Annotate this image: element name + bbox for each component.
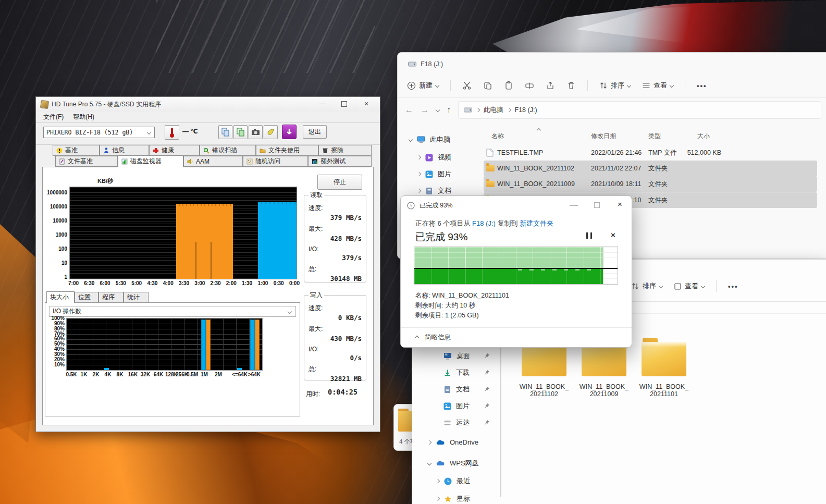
breadcrumb-this-pc[interactable]: 此电脑 (484, 106, 503, 115)
hdtune-maximize-button[interactable] (341, 101, 347, 107)
copy-image-button[interactable] (233, 125, 248, 139)
more-options-button[interactable]: ••• (728, 282, 738, 290)
pause-button[interactable] (586, 232, 592, 239)
sidebar-item-documents[interactable]: 文档 (443, 385, 470, 394)
stop-button[interactable]: 停止 (317, 175, 362, 190)
subtab-block-size[interactable]: 块大小 (46, 291, 75, 303)
file-row-20211009[interactable]: WIN_11_BOOK_20211009 2021/10/09 18:11 文件… (484, 176, 817, 192)
sidebar-item-videos[interactable]: 视频 (417, 153, 451, 162)
folder-tile-20211101[interactable]: WIN_11_BOOK_ 20211101 (638, 338, 690, 398)
column-name[interactable]: 名称 (491, 132, 504, 141)
sidebar-item-downloads[interactable]: 下载 (443, 368, 470, 377)
collapse-details-chevron-icon (415, 335, 419, 339)
file-row-testfile[interactable]: TESTFILE.TMP 2022/01/26 21:46 TMP 文件 512… (484, 145, 817, 161)
dialog-minimize-button[interactable]: — (570, 200, 578, 210)
temperature-button[interactable] (165, 125, 179, 140)
sidebar-item-starred[interactable]: 星标 (436, 494, 470, 503)
breadcrumb[interactable]: 此电脑 F18 (J:) (458, 101, 821, 119)
y-tick: 10 (40, 260, 67, 266)
subtab-process[interactable]: 程序 (98, 292, 124, 303)
file-row-20211102[interactable]: WIN_11_BOOK_20211102 2021/11/02 22:07 文件… (484, 161, 817, 176)
sidebar-item-documents[interactable]: 文档 (417, 186, 451, 195)
tab-info[interactable]: 信息 (100, 145, 149, 156)
copy-progress-dialog: 已完成 93% — × 正在将 6 个项目从 F18 (J:) 复制到 新建文件… (400, 195, 632, 348)
sidebar-item-pictures[interactable]: 图片 (443, 401, 470, 411)
tab-random-access[interactable]: 随机访问 (243, 156, 308, 167)
tab-disk-monitor[interactable]: 磁盘监视器 (118, 155, 183, 167)
column-size[interactable]: 大小 (697, 132, 710, 141)
dialog-maximize-button[interactable] (594, 202, 600, 208)
collapse-chevron-icon[interactable] (436, 497, 440, 501)
tab-benchmark[interactable]: 基准 (53, 145, 100, 156)
delete-button[interactable] (566, 81, 576, 90)
hdtune-titlebar[interactable]: HD Tune Pro 5.75 - 硬盘/SSD 实用程序 — × (36, 97, 380, 112)
sidebar-item-desktop[interactable]: 桌面 (443, 351, 470, 361)
forward-button[interactable]: → (421, 105, 429, 115)
write-max-value: 430 MB/s (309, 335, 362, 342)
hdtune-minimize-button[interactable]: — (319, 100, 325, 107)
sidebar-item-recent[interactable]: 最近 (436, 476, 470, 486)
tab-health[interactable]: 健康 (149, 145, 200, 156)
details-toggle[interactable]: 简略信息 (415, 333, 451, 342)
dialog-titlebar[interactable]: 已完成 93% — × (401, 196, 632, 215)
exit-button[interactable]: 退出 (303, 125, 327, 139)
paste-button[interactable] (504, 81, 513, 90)
new-button[interactable]: 新建 (407, 81, 439, 90)
tab-file-benchmark[interactable]: 文件基准 (55, 156, 118, 167)
back-button[interactable]: ← (405, 105, 413, 115)
tab-folder-usage[interactable]: 文件夹使用 (256, 145, 318, 156)
sidebar-item-wps-cloud[interactable]: WPS网盘 (428, 459, 479, 468)
collapse-chevron-icon[interactable] (417, 189, 421, 193)
explorer-tab[interactable]: F18 (J:) (403, 58, 448, 70)
menu-file[interactable]: 文件(F) (43, 113, 64, 121)
sidebar-item-onedrive[interactable]: OneDrive (428, 438, 478, 446)
copy-time-remaining: 剩余时间: 大约 10 秒 (415, 301, 475, 310)
documents-icon (443, 386, 451, 394)
download-update-button[interactable] (282, 125, 297, 139)
tab-erase[interactable]: 擦除 (318, 145, 372, 156)
history-chevron-icon[interactable] (436, 108, 440, 112)
copy-text-button[interactable] (218, 125, 232, 139)
sidebar-item-pictures[interactable]: 图片 (417, 169, 451, 179)
subtab-position[interactable]: 位置 (75, 292, 98, 303)
cancel-copy-button[interactable]: × (611, 230, 615, 239)
io-metric-dropdown[interactable]: I/O 操作数 (49, 306, 296, 317)
up-button[interactable]: ↑ (447, 105, 451, 115)
screenshot-button[interactable] (249, 125, 263, 139)
column-date[interactable]: 修改日期 (591, 132, 616, 141)
drive-selector[interactable]: PHIXERO BIZ-F18 (512 gB) (43, 127, 155, 138)
dialog-close-button[interactable]: × (618, 200, 622, 208)
tab-aam[interactable]: AAM (183, 156, 243, 167)
expand-chevron-icon[interactable] (427, 461, 432, 465)
collapse-chevron-icon[interactable] (436, 479, 440, 483)
more-options-button[interactable]: ••• (697, 82, 707, 90)
collapse-chevron-icon[interactable] (417, 172, 421, 176)
column-type[interactable]: 类型 (648, 132, 661, 141)
block-size-groupbox: I/O 操作数 100% 90% 80% 70% 60% 50% 40% 30%… (45, 302, 300, 416)
collapse-chevron-icon[interactable] (417, 155, 421, 159)
sort-button[interactable]: 排序 (599, 81, 631, 90)
copy-speed-graph (414, 247, 618, 285)
tab-extra-tests[interactable]: 额外测试 (308, 156, 372, 167)
aam-quick-button[interactable] (264, 125, 278, 139)
menu-help[interactable]: 帮助(H) (73, 113, 94, 121)
view-button[interactable]: 查看 (642, 81, 673, 90)
copy-button[interactable] (483, 81, 492, 90)
subtab-statistics[interactable]: 统计 (124, 292, 149, 303)
view-large-icons-icon (674, 282, 682, 290)
sidebar-item-this-pc[interactable]: 此电脑 (409, 135, 450, 144)
breadcrumb-current[interactable]: F18 (J:) (515, 106, 537, 114)
sidebar-item-yunda[interactable]: 运达 (443, 418, 470, 427)
expand-chevron-icon[interactable] (409, 138, 413, 142)
collapse-chevron-icon[interactable] (427, 440, 432, 444)
sort-button[interactable]: 排序 (631, 281, 662, 291)
erase-trash-icon (322, 147, 328, 154)
rename-button[interactable] (525, 81, 534, 90)
destination-link[interactable]: 新建文件夹 (520, 219, 553, 227)
tab-error-scan[interactable]: 错误扫描 (200, 145, 256, 156)
share-button[interactable] (546, 81, 555, 90)
view-button[interactable]: 查看 (674, 281, 705, 291)
source-link[interactable]: F18 (J:) (472, 219, 496, 227)
cut-button[interactable] (462, 81, 472, 90)
hdtune-close-button[interactable]: × (364, 100, 368, 108)
